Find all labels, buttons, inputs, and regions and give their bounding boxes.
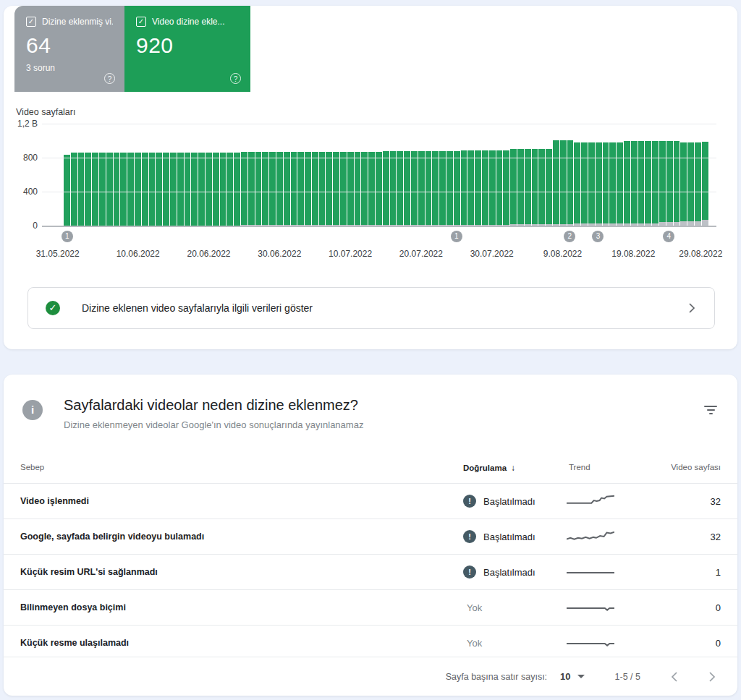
chart-bar[interactable]	[191, 153, 198, 226]
chart-bar[interactable]	[609, 142, 616, 226]
chart-bar[interactable]	[163, 153, 169, 226]
chart-bar[interactable]	[99, 153, 106, 226]
chart-bar[interactable]	[596, 142, 602, 226]
show-indexed-data-banner[interactable]: ✓ Dizine eklenen video sayfalarıyla ilgi…	[27, 287, 715, 329]
table-row[interactable]: Küçük resme ulaşılamadıYok0	[4, 625, 737, 660]
chart-bar[interactable]	[220, 153, 226, 226]
chart-bar[interactable]	[432, 151, 439, 226]
chart-bar[interactable]	[411, 151, 418, 226]
chart-bar[interactable]	[617, 142, 623, 226]
chart-bar[interactable]	[64, 155, 70, 226]
chart-bar[interactable]	[624, 141, 630, 226]
chart-bar[interactable]	[560, 140, 567, 226]
chart-bar[interactable]	[297, 152, 304, 226]
chart-bar[interactable]	[581, 142, 588, 226]
chart-bar[interactable]	[347, 152, 354, 226]
filter-icon[interactable]	[704, 406, 717, 417]
chart-bar[interactable]	[418, 151, 425, 226]
column-header-video-sayfasi[interactable]: Video sayfası	[671, 463, 721, 471]
chart-bar[interactable]	[574, 142, 580, 226]
chart-bar[interactable]	[489, 150, 496, 226]
chart-bar[interactable]	[603, 142, 609, 226]
chart-bar[interactable]	[439, 151, 446, 226]
chart-bar[interactable]	[503, 150, 509, 226]
help-icon[interactable]: ?	[104, 73, 115, 84]
issue-marker[interactable]: 3	[592, 231, 604, 242]
chart-bar[interactable]	[156, 153, 162, 226]
chart-bar[interactable]	[226, 153, 233, 226]
chart-bar[interactable]	[368, 152, 375, 226]
checkbox-checked-icon[interactable]: ✓	[26, 17, 36, 27]
chart-bar[interactable]	[454, 151, 460, 226]
chart-bar[interactable]	[177, 153, 184, 226]
metric-card-not-indexed[interactable]: ✓ Dizine eklenmiş vi... 64 3 sorun ?	[14, 6, 124, 92]
chart-bar[interactable]	[538, 149, 545, 226]
metric-card-indexed[interactable]: ✓ Video dizine ekle... 920 ?	[124, 6, 250, 92]
chart-bar[interactable]	[695, 142, 701, 226]
chart-bar[interactable]	[397, 151, 403, 226]
chart-bar[interactable]	[553, 140, 559, 226]
chart-bar[interactable]	[390, 151, 397, 226]
chart-bar[interactable]	[170, 153, 177, 226]
column-header-sebep[interactable]: Sebep	[20, 463, 44, 471]
chart-bar[interactable]	[333, 152, 339, 226]
table-row[interactable]: Video işlenmedi!Başlatılmadı32	[4, 483, 737, 518]
column-header-trend[interactable]: Trend	[569, 463, 590, 471]
checkbox-checked-icon[interactable]: ✓	[136, 17, 146, 27]
chart-bar[interactable]	[185, 153, 191, 226]
issue-marker[interactable]: 1	[451, 231, 462, 242]
chart-bar[interactable]	[687, 142, 694, 226]
chart-bar[interactable]	[319, 152, 326, 226]
chart-bar[interactable]	[361, 152, 368, 226]
chart-bar[interactable]	[652, 141, 659, 226]
chart-bar[interactable]	[517, 149, 524, 226]
chart-bar[interactable]	[645, 141, 651, 226]
chart-bar[interactable]	[149, 153, 156, 226]
chart-bar[interactable]	[631, 141, 638, 226]
chart-bar[interactable]	[659, 141, 666, 226]
rows-per-page-value[interactable]: 10	[560, 671, 570, 682]
chart-bar[interactable]	[588, 142, 595, 226]
chart-bar[interactable]	[467, 150, 474, 226]
chart-bar[interactable]	[106, 153, 113, 226]
chart-bar[interactable]	[680, 142, 687, 226]
chart-bar[interactable]	[291, 152, 297, 226]
chart-bar[interactable]	[376, 152, 382, 226]
chart-bar[interactable]	[78, 153, 85, 226]
chart-bar[interactable]	[213, 153, 219, 226]
issue-marker[interactable]: 1	[62, 231, 73, 242]
issue-marker[interactable]: 4	[663, 231, 674, 242]
issue-marker[interactable]: 2	[564, 231, 575, 242]
chart-bar[interactable]	[546, 149, 552, 226]
chart-bar[interactable]	[340, 152, 347, 226]
chart-bar[interactable]	[255, 152, 262, 226]
chart-bar[interactable]	[355, 152, 361, 226]
chart-bar[interactable]	[674, 141, 680, 226]
help-icon[interactable]: ?	[230, 73, 241, 84]
chart-bar[interactable]	[532, 149, 538, 226]
chevron-right-icon[interactable]	[688, 302, 695, 314]
chart-bar[interactable]	[312, 152, 318, 226]
chart-bar[interactable]	[135, 153, 141, 226]
chart-bar[interactable]	[461, 150, 467, 226]
table-row[interactable]: Google, sayfada belirgin videoyu bulamad…	[4, 518, 737, 554]
chart-bar[interactable]	[284, 152, 290, 226]
chart-bar[interactable]	[120, 153, 127, 226]
chart-bar[interactable]	[446, 151, 453, 226]
chart-bar[interactable]	[482, 150, 488, 226]
chart-bar[interactable]	[383, 151, 389, 226]
chart-bar[interactable]	[326, 152, 332, 226]
chart-bar[interactable]	[71, 153, 77, 226]
chart-bar[interactable]	[269, 152, 276, 226]
chart-bar[interactable]	[702, 142, 708, 226]
chart-bar[interactable]	[404, 151, 410, 226]
next-page-button[interactable]	[708, 671, 716, 683]
chart-bar[interactable]	[425, 151, 432, 226]
chart-bar[interactable]	[142, 153, 148, 226]
chart-bar[interactable]	[198, 153, 205, 226]
chart-bar[interactable]	[567, 140, 574, 226]
previous-page-button[interactable]	[671, 671, 678, 683]
chart-bar[interactable]	[276, 152, 283, 226]
table-row[interactable]: Bilinmeyen dosya biçimiYok0	[4, 589, 737, 625]
chart-bar[interactable]	[206, 153, 212, 226]
